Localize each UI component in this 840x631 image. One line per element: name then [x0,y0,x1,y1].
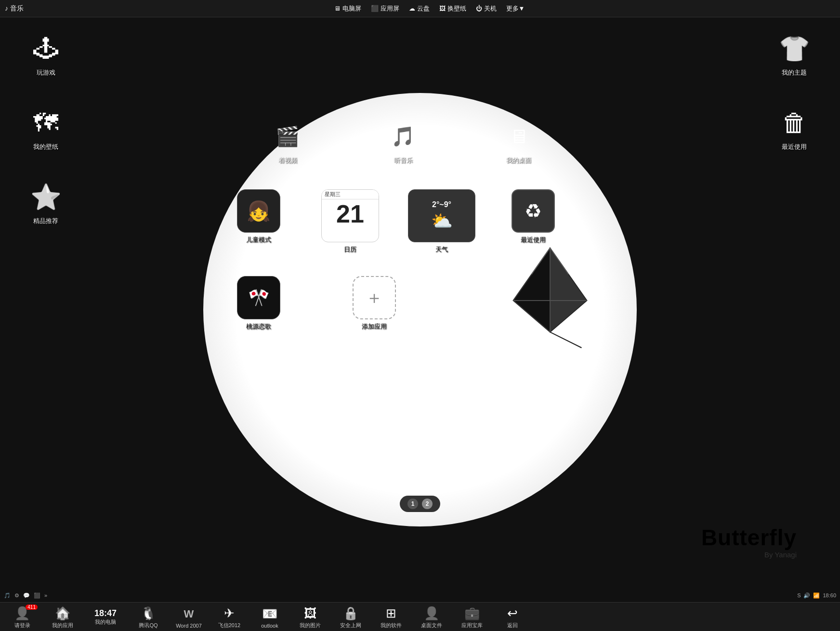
statusbar-volume[interactable]: 🔊 [803,592,810,599]
wallpaper-label: 换壁纸 [447,4,466,13]
taoyuan-label: 桃源恋歌 [246,322,271,331]
appscreen-icon: ⬛ [371,5,379,12]
cloud-icon: ☁ [409,5,415,12]
icon-add-app[interactable]: ＋ 添加应用 [348,276,401,331]
page-dot-1[interactable]: 1 [407,499,418,509]
statusbar-chat[interactable]: 💬 [23,592,30,599]
appstore-label: 应用宝库 [461,622,483,629]
statusbar-more[interactable]: » [44,592,47,598]
taskbar-mysoftware[interactable]: ⊞ 我的软件 [372,604,410,631]
taskbar-myapps[interactable]: 🏠 我的应用 [43,604,82,631]
icon-watch-video[interactable]: 🎬 着视频 [261,119,314,165]
qq-label: 腾讯QQ [139,622,158,629]
child-mode-label: 儿童模式 [246,236,271,244]
circle-top-row: 🎬 着视频 🎵 听音乐 🖥 我的桌面 [261,119,545,165]
icon-calendar[interactable]: 星期三 21 日历 [324,189,377,254]
appstore-icon: 💼 [462,605,482,622]
icon-recent-used[interactable]: 🗑 最近使用 [768,106,821,151]
taskbar-feixin[interactable]: ✈ 飞信2012 [210,604,249,631]
topbar-btn-shutdown[interactable]: ⏻ 关机 [476,4,497,13]
qq-icon: 🐧 [139,605,158,622]
statusbar-network[interactable]: 📶 [813,592,820,599]
circle-content: 🎬 着视频 🎵 听音乐 🖥 我的桌面 👧 儿童模式 [203,93,637,526]
statusbar-music[interactable]: 🎵 [4,592,11,599]
taskbar-word[interactable]: W Word 2007 [170,604,208,631]
icon-my-desktop[interactable]: 🖥 我的桌面 [492,119,545,165]
weather-widget: 2°~9° ⛅ [408,189,475,242]
icon-play-games[interactable]: 🕹 玩游戏 [19,32,72,77]
myapps-icon: 🏠 [53,605,72,622]
icon-recent-use[interactable]: ♻ 最近使用 [507,189,560,244]
watch-video-label: 着视频 [278,156,297,165]
mysoftware-icon: ⊞ [381,605,401,622]
taskbar-deskfiles[interactable]: 👤 桌面文件 [412,604,451,631]
icon-featured[interactable]: ⭐ 精品推荐 [19,180,72,225]
music-label[interactable]: ♪ 音乐 [5,4,24,13]
back-label: 返回 [507,622,518,629]
topbar-btn-wallpaper[interactable]: 🖼 换壁纸 [439,4,466,13]
my-wallpaper-label: 我的壁纸 [33,143,58,151]
taskbar-back[interactable]: ↩ 返回 [493,604,532,631]
taskbar-outlook[interactable]: 📧 outlook [250,604,289,631]
mysoftware-label: 我的软件 [381,622,402,629]
taskbar-appstore[interactable]: 💼 应用宝库 [453,604,491,631]
topbar-btn-cloud[interactable]: ☁ 云盘 [409,4,430,13]
sidebar-right: 👕 我的主题 🗑 最近使用 [768,32,821,151]
statusbar-app[interactable]: ⬛ [34,592,40,599]
page-dot-2[interactable]: 2 [422,499,433,509]
taskbar-mypics[interactable]: 🖼 我的图片 [291,604,329,631]
butterfly-title: Butterfly [701,525,797,551]
screen-label: 电脑屏 [342,4,361,13]
featured-icon: ⭐ [29,180,63,214]
topbar-btn-appscreen[interactable]: ⬛ 应用屏 [371,4,399,13]
taskbar-qq[interactable]: 🐧 腾讯QQ [129,604,168,631]
launcher-circle: 🎬 着视频 🎵 听音乐 🖥 我的桌面 👧 儿童模式 [203,93,637,526]
topbar: ♪ 音乐 🖥 电脑屏 ⬛ 应用屏 ☁ 云盘 🖼 换壁纸 ⏻ 关机 更多▼ [0,0,840,17]
page-indicator: 1 2 [400,496,440,512]
statusbar-settings[interactable]: ⚙ [14,592,19,599]
icon-child-mode[interactable]: 👧 儿童模式 [232,189,285,244]
taskbar-security[interactable]: 🔒 安全上网 [331,604,370,631]
topbar-left: ♪ 音乐 [5,4,24,13]
child-mode-icon: 👧 [237,189,280,233]
recent-used-label: 最近使用 [782,143,807,151]
listen-music-icon: 🎵 [386,119,420,153]
icon-listen-music[interactable]: 🎵 听音乐 [377,119,430,165]
butterfly-watermark: Butterfly By Yanagi [701,525,797,559]
my-theme-label: 我的主题 [782,68,807,77]
taoyuan-icon: 🎌 [237,276,280,319]
statusbar-s: S [797,592,801,598]
recent-used-icon: 🗑 [777,106,811,140]
icon-my-theme[interactable]: 👕 我的主题 [768,32,821,77]
play-games-icon: 🕹 [29,32,63,66]
add-app-icon: ＋ [353,276,396,319]
topbar-btn-screen[interactable]: 🖥 电脑屏 [334,4,361,13]
icon-my-wallpaper[interactable]: 🗺 我的壁纸 [19,106,72,151]
taskbar-login[interactable]: 👤 411 请登录 [3,604,41,631]
my-desktop-icon: 🖥 [502,119,536,153]
my-wallpaper-icon: 🗺 [29,106,63,140]
statusbar-time: 18:60 [823,592,836,598]
cloud-label: 云盘 [417,4,430,13]
desktop: 🎬 着视频 🎵 听音乐 🖥 我的桌面 👧 儿童模式 [0,17,840,602]
outlook-label: outlook [261,623,278,629]
security-icon: 🔒 [341,605,360,622]
feixin-icon: ✈ [220,605,239,622]
feixin-label: 飞信2012 [218,622,240,629]
calendar-label: 日历 [344,245,356,254]
kite-area [497,237,613,363]
icon-weather[interactable]: 2°~9° ⛅ 天气 [415,189,468,254]
weather-label: 天气 [435,245,448,254]
wallpaper-icon: 🖼 [439,5,446,12]
topbar-btn-more[interactable]: 更多▼ [506,4,525,13]
word-icon: W [179,605,198,623]
taskbar-mycomputer[interactable]: 18:47 我的电脑 [84,604,127,631]
icon-taoyuan[interactable]: 🎌 桃源恋歌 [232,276,285,331]
taskbar-time: 18:47 [91,608,120,618]
shutdown-icon: ⏻ [476,5,482,12]
featured-label: 精品推荐 [33,217,58,225]
taskbar: 👤 411 请登录 🏠 我的应用 18:47 我的电脑 🐧 腾讯QQ W Wor… [0,602,840,631]
my-desktop-label: 我的桌面 [506,156,531,165]
kite-svg [497,237,603,353]
svg-marker-1 [550,248,587,332]
